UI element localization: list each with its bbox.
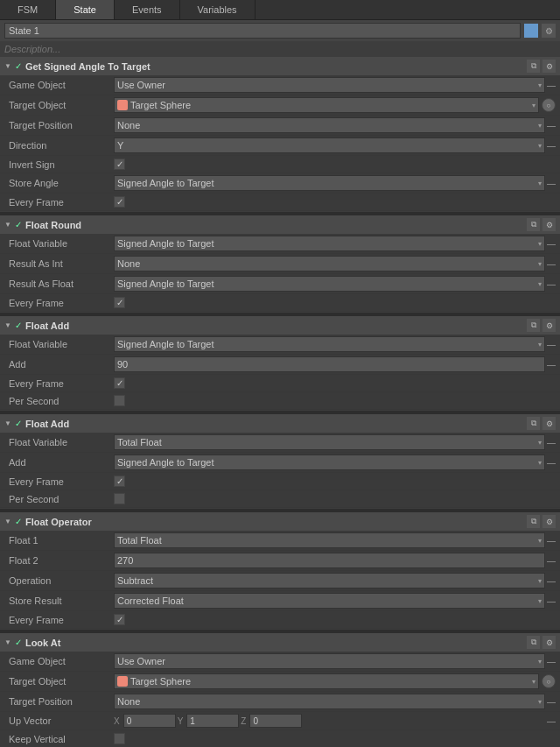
action-enabled-2[interactable]: ✓: [15, 321, 22, 330]
x-input-5-3[interactable]: [123, 714, 176, 728]
dropdown-3-0[interactable]: Total Float▾: [114, 434, 545, 450]
action-enabled-0[interactable]: ✓: [15, 61, 22, 71]
checkbox-3-2[interactable]: [114, 476, 125, 487]
state-name-input[interactable]: [4, 23, 521, 39]
tab-events[interactable]: Events: [115, 0, 180, 19]
minus-btn-4-2[interactable]: —: [547, 576, 556, 586]
copy-button-2[interactable]: ⧉: [527, 319, 540, 332]
checkbox-2-3[interactable]: [114, 395, 125, 406]
checkbox-1-3[interactable]: [114, 297, 125, 308]
action-enabled-4[interactable]: ✓: [15, 517, 22, 526]
gear-button-3[interactable]: ⚙: [542, 417, 556, 430]
collapse-arrow-0[interactable]: ▼: [4, 62, 11, 70]
dropdown-5-2[interactable]: None▾: [114, 694, 545, 709]
action-enabled-1[interactable]: ✓: [15, 220, 22, 229]
checkbox-5-4[interactable]: [114, 733, 125, 744]
collapse-arrow-4[interactable]: ▼: [4, 518, 11, 525]
minus-btn-1-2[interactable]: —: [547, 279, 556, 289]
dropdown-0-2[interactable]: None▾: [114, 117, 545, 133]
copy-button-5[interactable]: ⧉: [527, 636, 540, 649]
field-value-4-4: [114, 614, 556, 625]
description-input[interactable]: [4, 44, 556, 54]
checkbox-0-4[interactable]: [114, 159, 125, 170]
minus-btn-4-3[interactable]: —: [547, 596, 556, 606]
field-value-2-1: 90—: [114, 356, 556, 372]
action-title-0: Get Signed Angle To Target: [25, 61, 523, 72]
checkbox-3-3[interactable]: [114, 493, 125, 504]
dropdown-0-0[interactable]: Use Owner▾: [114, 77, 545, 93]
dropdown-4-3[interactable]: Corrected Float▾: [114, 593, 545, 609]
copy-button-0[interactable]: ⧉: [527, 60, 540, 73]
minus-btn-0-0[interactable]: —: [547, 81, 556, 90]
gear-button-1[interactable]: ⚙: [542, 218, 556, 231]
minus-btn-5-0[interactable]: —: [547, 657, 556, 666]
minus-btn-1-1[interactable]: —: [547, 259, 556, 269]
minus-btn-3-0[interactable]: —: [547, 438, 556, 447]
tab-state[interactable]: State: [56, 0, 115, 19]
dropdown-2-0[interactable]: Signed Angle to Target▾: [114, 336, 545, 352]
copy-button-3[interactable]: ⧉: [527, 417, 540, 430]
gear-button-0[interactable]: ⚙: [542, 60, 556, 73]
dropdown-1-0[interactable]: Signed Angle to Target▾: [114, 236, 545, 251]
dropdown-0-3[interactable]: Y▾: [114, 137, 545, 153]
minus-btn-1-0[interactable]: —: [547, 239, 556, 249]
field-value-0-6: [114, 196, 556, 208]
minus-btn-0-2[interactable]: —: [547, 121, 556, 130]
minus-btn-0-5[interactable]: —: [547, 179, 556, 188]
minus-btn-2-0[interactable]: —: [547, 340, 556, 349]
text-field-2-1[interactable]: 90: [114, 356, 545, 372]
gear-button-4[interactable]: ⚙: [542, 515, 556, 528]
tab-variables[interactable]: Variables: [180, 0, 256, 19]
tab-fsm[interactable]: FSM: [0, 0, 56, 19]
copy-button-1[interactable]: ⧉: [527, 218, 540, 231]
copy-button-4[interactable]: ⧉: [527, 515, 540, 528]
minus-btn-5-2[interactable]: —: [547, 697, 556, 707]
gear-button-5[interactable]: ⚙: [542, 636, 556, 649]
action-header-icons-0: ⧉⚙: [527, 60, 556, 73]
text-field-4-1[interactable]: 270: [114, 553, 545, 568]
minus-btn-xyz-5-3[interactable]: —: [547, 716, 556, 726]
checkbox-0-6[interactable]: [114, 196, 125, 208]
dropdown-4-0[interactable]: Total Float▾: [114, 532, 545, 548]
dropdown-3-1[interactable]: Signed Angle to Target▾: [114, 455, 545, 470]
state-blue-button[interactable]: [524, 24, 538, 38]
minus-btn-4-1[interactable]: —: [547, 556, 556, 566]
field-label-4-2: Operation: [9, 575, 114, 586]
action-enabled-3[interactable]: ✓: [15, 419, 22, 428]
dropdown-5-0[interactable]: Use Owner▾: [114, 653, 545, 669]
minus-btn-0-3[interactable]: —: [547, 141, 556, 151]
action-enabled-5[interactable]: ✓: [15, 638, 22, 647]
dropdown-arrow-0-3: ▾: [538, 142, 542, 150]
dropdown-arrow-0-1: ▾: [532, 102, 536, 109]
action-header-icons-4: ⧉⚙: [527, 515, 556, 528]
minus-btn-2-1[interactable]: —: [547, 360, 556, 370]
field-label-4-3: Store Result: [9, 595, 114, 606]
minus-btn-4-0[interactable]: —: [547, 536, 556, 546]
checkbox-4-4[interactable]: [114, 614, 125, 625]
gear-button-2[interactable]: ⚙: [542, 319, 556, 332]
minus-btn-3-1[interactable]: —: [547, 458, 556, 468]
field-value-3-2: [114, 476, 556, 487]
field-row-0-5: Store AngleSigned Angle to Target▾—: [0, 173, 560, 194]
dropdown-4-2[interactable]: Subtract▾: [114, 573, 545, 588]
circle-button-0-1[interactable]: ○: [542, 98, 556, 112]
dropdown-5-1[interactable]: Target Sphere▾: [114, 673, 539, 689]
y-input-5-3[interactable]: [186, 714, 239, 728]
field-value-5-2: None▾—: [114, 694, 556, 709]
collapse-arrow-2[interactable]: ▼: [4, 321, 11, 329]
actions-container: ▼✓Get Signed Angle To Target⧉⚙Game Objec…: [0, 57, 560, 747]
collapse-arrow-3[interactable]: ▼: [4, 419, 11, 427]
state-gear-button[interactable]: ⚙: [542, 24, 556, 38]
field-row-2-2: Every Frame: [0, 375, 560, 392]
dropdown-1-1[interactable]: None▾: [114, 256, 545, 271]
collapse-arrow-5[interactable]: ▼: [4, 638, 11, 646]
dropdown-0-1[interactable]: Target Sphere▾: [114, 97, 539, 113]
circle-button-5-1[interactable]: ○: [542, 674, 556, 688]
collapse-arrow-1[interactable]: ▼: [4, 221, 11, 229]
z-input-5-3[interactable]: [249, 714, 302, 728]
dropdown-1-2[interactable]: Signed Angle to Target▾: [114, 276, 545, 292]
field-label-1-2: Result As Float: [9, 278, 114, 289]
dropdown-0-5[interactable]: Signed Angle to Target▾: [114, 175, 545, 191]
field-label-5-1: Target Object: [9, 676, 114, 687]
checkbox-2-2[interactable]: [114, 377, 125, 389]
